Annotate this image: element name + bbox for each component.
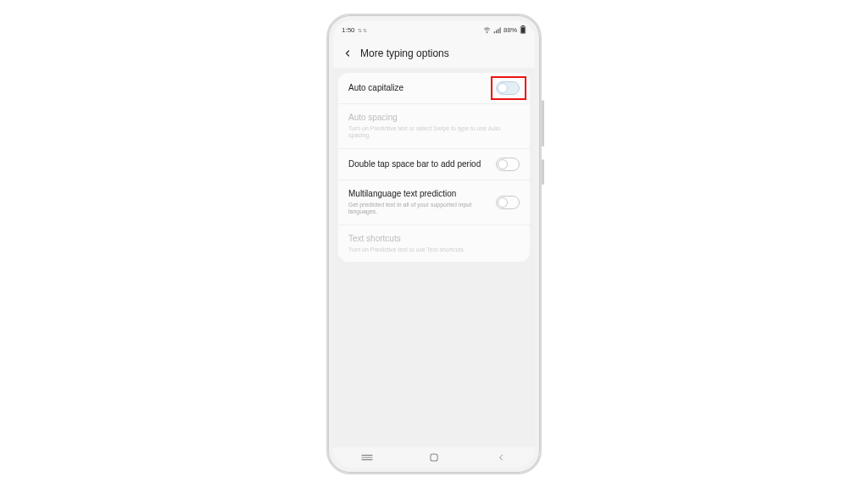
- phone-frame: 1:50 ⇅ ⇅ 88%: [326, 14, 542, 474]
- phone-side-button: [542, 159, 544, 185]
- nav-back-button[interactable]: [484, 450, 518, 465]
- row-label: Multilanguage text prediction: [348, 189, 489, 200]
- svg-point-0: [487, 32, 487, 33]
- settings-card: Auto capitalize Auto spacing Turn on Pre…: [338, 73, 530, 262]
- svg-rect-4: [499, 27, 500, 33]
- settings-content: Auto capitalize Auto spacing Turn on Pre…: [333, 68, 535, 447]
- row-sublabel: Get predicted text in all of your suppor…: [348, 202, 489, 217]
- toggle-multilanguage-prediction[interactable]: [496, 196, 520, 209]
- row-label: Auto spacing: [348, 113, 520, 124]
- row-double-tap-period[interactable]: Double tap space bar to add period: [338, 149, 530, 180]
- svg-rect-2: [496, 30, 497, 33]
- android-nav-bar: [333, 447, 535, 468]
- row-sublabel: Turn on Predictive text or select Swipe …: [348, 125, 520, 141]
- row-multilanguage-prediction[interactable]: Multilanguage text prediction Get predic…: [338, 180, 530, 225]
- status-left-indicators: ⇅ ⇅: [358, 27, 368, 33]
- wifi-icon: [483, 26, 491, 34]
- battery-icon: [520, 25, 526, 34]
- signal-icon: [493, 26, 501, 34]
- row-label: Double tap space bar to add period: [348, 159, 489, 170]
- battery-pct: 88%: [504, 26, 517, 34]
- status-time: 1:50: [342, 26, 355, 34]
- row-sublabel: Turn on Predictive text to use Text shor…: [348, 247, 520, 254]
- back-button[interactable]: [342, 47, 353, 59]
- row-auto-capitalize[interactable]: Auto capitalize: [338, 73, 530, 104]
- nav-home-button[interactable]: [417, 450, 451, 465]
- toggle-double-tap-period[interactable]: [496, 158, 520, 171]
- page-header: More typing options: [333, 39, 535, 69]
- status-bar: 1:50 ⇅ ⇅ 88%: [333, 20, 535, 39]
- row-label: Auto capitalize: [348, 83, 489, 94]
- row-label: Text shortcuts: [348, 234, 520, 245]
- svg-rect-11: [431, 454, 437, 461]
- row-auto-spacing: Auto spacing Turn on Predictive text or …: [338, 104, 530, 149]
- svg-rect-1: [494, 31, 495, 33]
- phone-side-button: [542, 100, 544, 147]
- toggle-auto-capitalize[interactable]: [496, 81, 520, 95]
- nav-recent-button[interactable]: [350, 450, 384, 465]
- svg-rect-3: [498, 29, 498, 33]
- page-title: More typing options: [360, 47, 449, 59]
- svg-rect-7: [521, 27, 525, 33]
- phone-screen: 1:50 ⇅ ⇅ 88%: [333, 20, 535, 468]
- row-text-shortcuts: Text shortcuts Turn on Predictive text t…: [338, 225, 530, 262]
